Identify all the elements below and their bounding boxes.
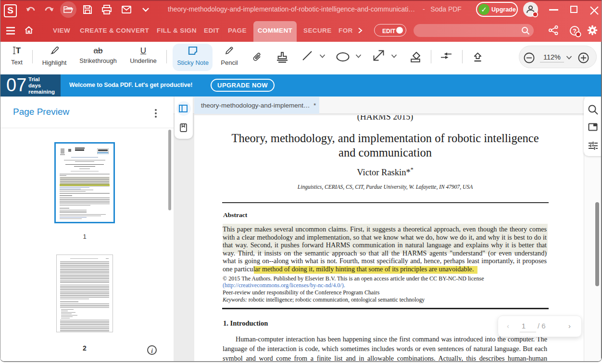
svg-text:T: T (16, 46, 21, 55)
